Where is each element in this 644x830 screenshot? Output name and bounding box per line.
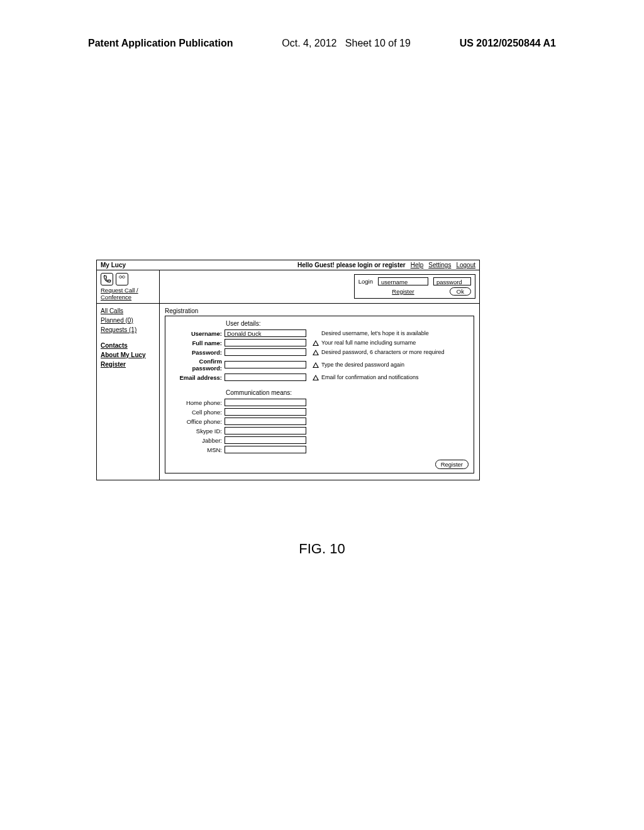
top-row: Request Call / Conference Login username…	[97, 270, 479, 304]
office-field[interactable]	[225, 418, 306, 425]
titlebar: My Lucy Hello Guest! please login or reg…	[97, 260, 479, 270]
body-row: All Calls Planned (0) Requests (1) Conta…	[97, 304, 479, 480]
sidebar-planned[interactable]: Planned (0)	[101, 317, 155, 324]
conference-icon[interactable]	[116, 273, 128, 285]
warning-icon	[313, 350, 319, 355]
username-field[interactable]: Donald Duck	[225, 329, 306, 337]
sidebar: All Calls Planned (0) Requests (1) Conta…	[97, 304, 160, 480]
password-input[interactable]: password	[433, 277, 471, 285]
page-header: Patent Application Publication Oct. 4, 2…	[88, 38, 556, 49]
panel-title: Registration	[165, 307, 474, 314]
row-skype: Skype ID:	[170, 427, 469, 434]
greeting-text: Hello Guest! please login or register	[297, 262, 406, 268]
skype-field[interactable]	[225, 427, 306, 434]
publication-label: Patent Application Publication	[88, 38, 233, 49]
row-fullname: Full name: Your real full name including…	[170, 339, 469, 346]
home-label: Home phone:	[170, 399, 222, 406]
phone-icon[interactable]	[101, 273, 113, 285]
email-label: Email address:	[170, 374, 222, 381]
confirm-field[interactable]	[225, 361, 306, 368]
fullname-hint: Your real full name including surname	[313, 340, 416, 346]
ok-button[interactable]: Ok	[450, 287, 471, 296]
fullname-field[interactable]	[225, 339, 306, 346]
home-field[interactable]	[225, 399, 306, 406]
sidebar-about[interactable]: About My Lucy	[101, 351, 155, 358]
user-details-heading: User details:	[226, 320, 469, 327]
msn-field[interactable]	[225, 446, 306, 453]
titlebar-right: Hello Guest! please login or register He…	[297, 262, 475, 268]
cell-field[interactable]	[225, 408, 306, 416]
sidebar-all-calls[interactable]: All Calls	[101, 307, 155, 314]
register-link[interactable]: Register	[378, 288, 428, 295]
logout-link[interactable]: Logout	[456, 262, 475, 268]
sidebar-register[interactable]: Register	[101, 361, 155, 368]
comm-heading: Communication means:	[226, 389, 469, 396]
skype-label: Skype ID:	[170, 428, 222, 434]
login-box: Login username password Register Ok	[354, 274, 475, 299]
main-panel: Registration User details: Username: Don…	[160, 304, 479, 480]
document-number: US 2012/0250844 A1	[460, 38, 556, 49]
password-hint: Desired password, 6 characters or more r…	[313, 349, 445, 355]
msn-label: MSN:	[170, 446, 222, 453]
row-password: Password: Desired password, 6 characters…	[170, 348, 469, 356]
request-call-link[interactable]: Request Call / Conference	[101, 287, 155, 301]
jabber-label: Jabber:	[170, 437, 222, 444]
registration-panel: User details: Username: Donald Duck Desi…	[165, 316, 474, 473]
app-title: My Lucy	[101, 262, 126, 268]
username-label: Username:	[170, 330, 222, 337]
top-left-panel: Request Call / Conference	[97, 270, 160, 303]
password-field[interactable]	[225, 348, 306, 356]
row-username: Username: Donald Duck Desired username, …	[170, 329, 469, 337]
password-label: Password:	[170, 349, 222, 356]
confirm-label: Confirm password:	[170, 358, 222, 372]
username-input[interactable]: username	[378, 277, 428, 285]
icon-row	[101, 273, 155, 285]
warning-icon	[313, 362, 319, 368]
jabber-field[interactable]	[225, 436, 306, 444]
confirm-hint: Type the desired password again	[313, 362, 404, 368]
register-button[interactable]: Register	[435, 460, 469, 469]
row-home: Home phone:	[170, 399, 469, 406]
fullname-label: Full name:	[170, 340, 222, 346]
login-label: Login	[358, 278, 373, 285]
email-field[interactable]	[225, 374, 306, 381]
row-confirm: Confirm password: Type the desired passw…	[170, 358, 469, 372]
warning-icon	[313, 340, 319, 346]
sidebar-contacts[interactable]: Contacts	[101, 342, 155, 349]
sidebar-requests[interactable]: Requests (1)	[101, 326, 155, 333]
cell-label: Cell phone:	[170, 409, 222, 416]
row-cell: Cell phone:	[170, 408, 469, 416]
row-msn: MSN:	[170, 446, 469, 453]
row-jabber: Jabber:	[170, 436, 469, 444]
email-hint: Email for confirmation and notifications	[313, 374, 419, 380]
username-hint: Desired username, let's hope it is avail…	[313, 330, 429, 336]
help-link[interactable]: Help	[411, 262, 424, 268]
figure-caption: FIG. 10	[0, 541, 644, 557]
office-label: Office phone:	[170, 418, 222, 425]
publication-date: Oct. 4, 2012 Sheet 10 of 19	[282, 38, 411, 49]
top-right-panel: Login username password Register Ok	[160, 270, 479, 302]
row-office: Office phone:	[170, 418, 469, 425]
app-window: My Lucy Hello Guest! please login or reg…	[96, 260, 480, 480]
row-email: Email address: Email for confirmation an…	[170, 374, 469, 381]
settings-link[interactable]: Settings	[428, 262, 451, 268]
warning-icon	[313, 375, 319, 380]
